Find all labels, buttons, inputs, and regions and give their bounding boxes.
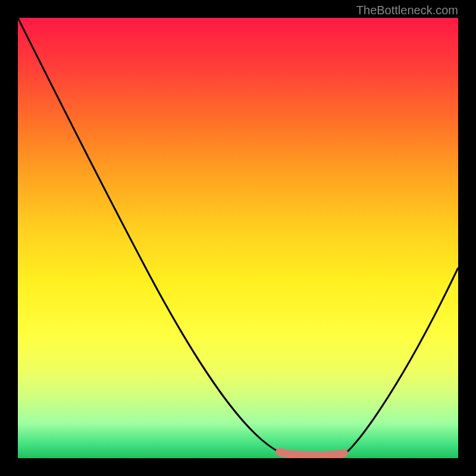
optimal-range-marker (280, 452, 344, 456)
curve-overlay (18, 18, 458, 458)
watermark-text: TheBottleneck.com (356, 4, 458, 17)
plot-area (18, 18, 458, 458)
chart-container: TheBottleneck.com (0, 0, 476, 476)
bottleneck-curve (18, 18, 458, 456)
